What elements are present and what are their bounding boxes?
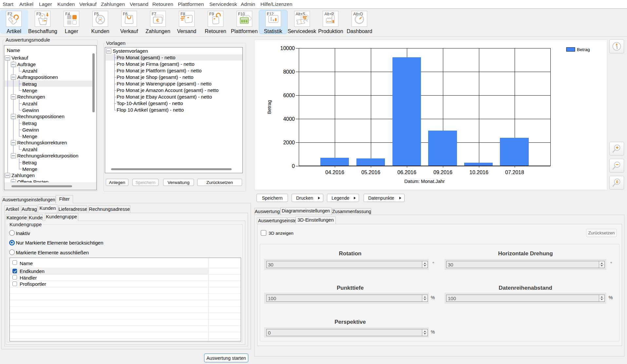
- svg-text:8000: 8000: [283, 69, 295, 75]
- svg-text:04.2016: 04.2016: [325, 170, 344, 175]
- svg-text:10000: 10000: [280, 46, 295, 51]
- svg-text:0: 0: [616, 180, 618, 184]
- svg-text:6000: 6000: [283, 93, 295, 98]
- svg-text:Betrag: Betrag: [267, 100, 272, 114]
- svg-text:Betrag: Betrag: [577, 47, 590, 52]
- svg-text:4000: 4000: [283, 116, 295, 122]
- svg-text:€: €: [156, 17, 159, 23]
- svg-text:2000: 2000: [283, 140, 295, 145]
- svg-text:Datum: Monat.Jahr: Datum: Monat.Jahr: [404, 179, 445, 184]
- svg-text:06.2016: 06.2016: [397, 170, 416, 175]
- svg-text:05.2016: 05.2016: [361, 170, 380, 175]
- svg-text:10.2016: 10.2016: [469, 170, 488, 175]
- svg-text:09.2016: 09.2016: [433, 170, 452, 175]
- svg-text:07.2018: 07.2018: [505, 170, 524, 175]
- svg-text:0: 0: [292, 163, 295, 169]
